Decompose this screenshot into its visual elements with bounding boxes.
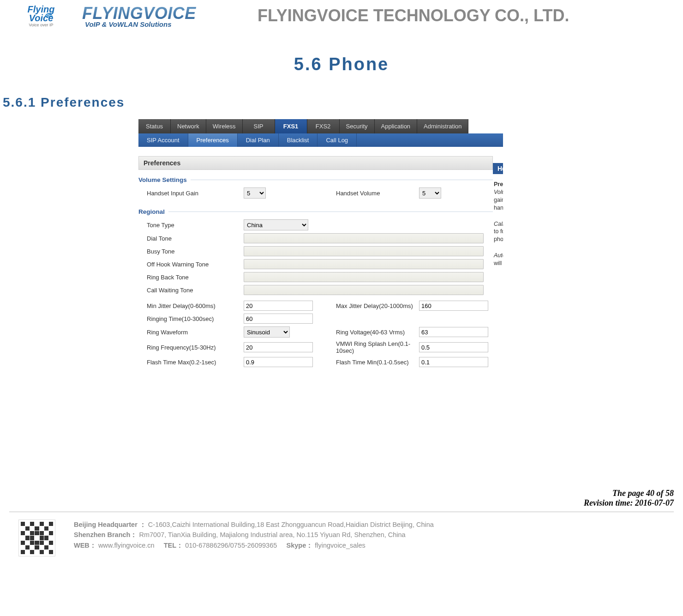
label-flash-min: Flash Time Min(0.1-0.5sec) [336,359,419,366]
page-footer: Beijing Headquarter ： C-1603,Caizhi Inte… [0,512,683,556]
page-meta: The page 40 of 58 Revision time: 2016-07… [0,489,683,508]
label-ring-back-tone: Ring Back Tone [147,274,244,281]
group-volume-settings: Volume Settings [138,176,493,183]
side-volume: Volume [494,188,503,196]
tab-wireless[interactable]: Wireless [206,119,243,133]
tab-network[interactable]: Network [171,119,206,133]
label-vmwi: VMWI Ring Splash Len(0.1-10sec) [336,340,419,354]
subtab-call-log[interactable]: Call Log [318,133,357,147]
tab-application[interactable]: Application [375,119,418,133]
input-min-jitter[interactable] [244,301,313,311]
input-busy-tone[interactable] [244,246,484,256]
footer-sz-label: Shenzhen Branch： [74,531,137,538]
page-number: The page 40 of 58 [0,489,674,498]
section-title: 5.6 Phone [0,54,683,74]
input-flash-max[interactable] [244,357,313,367]
tab-security[interactable]: Security [340,119,375,133]
tab-administration[interactable]: Administration [417,119,468,133]
group-regional: Regional [138,208,493,215]
page-header: Flying Voice Voice over IP FLYINGVOICE V… [0,0,683,31]
logo1-tag: Voice over IP [29,23,53,27]
label-max-jitter: Max Jitter Delay(20-1000ms) [336,302,419,309]
tab-sip[interactable]: SIP [243,119,275,133]
footer-bj-label: Beijing Headquarter ： [74,521,146,528]
tab-status[interactable]: Status [138,119,171,133]
select-handset-volume[interactable]: 5 [419,187,441,199]
label-ring-frequency: Ring Frequency(15-30Hz) [147,344,244,351]
panel-header: Preferences [138,156,493,170]
side-toforw: to forw [494,228,503,236]
side-autoa: Auto A [494,252,503,260]
input-ringing-time[interactable] [244,314,313,324]
footer-skype-label: Skype： [286,542,313,549]
label-tone-type: Tone Type [147,222,244,229]
footer-tel-label: TEL： [164,542,183,549]
select-tone-type[interactable]: China [244,219,308,230]
select-handset-input-gain[interactable]: 5 [244,187,266,199]
footer-skype: flyingvoice_sales [315,542,365,549]
side-gain: gain or [494,196,503,204]
label-off-hook-tone: Off Hook Warning Tone [147,261,244,268]
company-name: FLYINGVOICE TECHNOLOGY CO., LTD. [244,6,678,25]
top-nav: StatusNetworkWirelessSIPFXS1FXS2Security… [138,119,503,133]
label-call-waiting-tone: Call Waiting Tone [147,287,244,294]
logo2-sub: VoIP & VoWLAN Solutions [82,20,244,28]
help-badge: Help [493,163,503,174]
logo-flying-voice-small: Flying Voice Voice over IP [5,0,78,31]
input-max-jitter[interactable] [419,301,488,311]
label-handset-input-gain: Handset Input Gain [147,190,244,197]
tab-fxs1[interactable]: FXS1 [275,119,307,133]
footer-web-label: WEB： [74,542,96,549]
footer-tel: 010-67886296/0755-26099365 [185,542,277,549]
label-flash-max: Flash Time Max(0.2-1sec) [147,359,244,366]
input-flash-min[interactable] [419,357,488,367]
input-off-hook-tone[interactable] [244,259,484,269]
side-phone: phone [494,236,503,243]
footer-bj-addr: C-1603,Caizhi International Building,18 … [148,521,434,528]
tab-fxs2[interactable]: FXS2 [307,119,340,133]
input-ring-back-tone[interactable] [244,272,484,282]
logo-flyingvoice-large: FLYINGVOICE VoIP & VoWLAN Solutions [78,4,244,28]
subtab-preferences[interactable]: Preferences [188,133,238,147]
revision-time: Revision time: 2016-07-07 [0,498,674,508]
side-prefer: Prefer [494,181,503,188]
input-vmwi[interactable] [419,342,488,352]
ui-screenshot: StatusNetworkWirelessSIPFXS1FXS2Security… [138,119,503,368]
side-handse: handse [494,204,503,212]
help-side-panel: Help Prefer Volume gain or handse Call F… [493,147,503,368]
footer-web: www.flyingvoice.cn [98,542,155,549]
input-ring-frequency[interactable] [244,342,313,352]
label-busy-tone: Busy Tone [147,248,244,255]
input-dial-tone[interactable] [244,233,484,243]
group-title-regional: Regional [138,208,165,215]
label-ring-voltage: Ring Voltage(40-63 Vrms) [336,329,419,336]
subsection-title: 5.6.1 Preferences [3,95,683,110]
side-callfo: Call Fo [494,220,503,228]
side-willbe: will be [494,260,503,267]
label-ringing-time: Ringing Time(10-300sec) [147,315,244,322]
input-ring-voltage[interactable] [419,327,488,337]
sub-nav: SIP AccountPreferencesDial PlanBlacklist… [138,133,503,147]
label-min-jitter: Min Jitter Delay(0-600ms) [147,302,244,309]
label-dial-tone: Dial Tone [147,235,244,242]
subtab-dial-plan[interactable]: Dial Plan [238,133,279,147]
subtab-blacklist[interactable]: Blacklist [279,133,318,147]
subtab-sip-account[interactable]: SIP Account [138,133,188,147]
group-title-volume: Volume Settings [138,176,187,183]
input-call-waiting-tone[interactable] [244,285,484,295]
label-ring-waveform: Ring Waveform [147,329,244,336]
label-handset-volume: Handset Volume [336,190,419,197]
select-ring-waveform[interactable]: Sinusoid [244,326,290,338]
qr-code-icon [18,519,55,556]
footer-sz-addr: Rm7007, TianXia Building, Majialong Indu… [139,531,406,538]
